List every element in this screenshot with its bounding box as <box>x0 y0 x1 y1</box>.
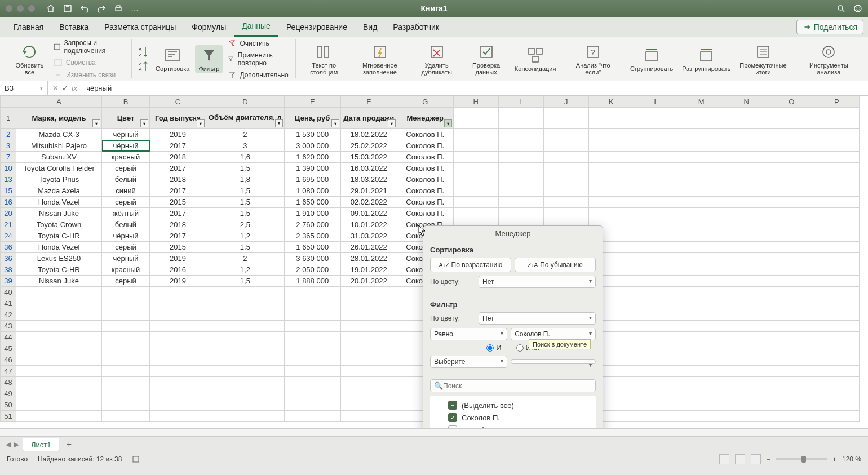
empty-cell[interactable] <box>634 242 679 253</box>
feedback-icon[interactable] <box>853 4 862 13</box>
tab-view[interactable]: Вид <box>355 18 385 36</box>
empty-cell[interactable] <box>150 399 206 411</box>
empty-cell[interactable] <box>814 309 859 321</box>
what-if-button[interactable]: ?Анализ "что если" <box>569 42 617 77</box>
empty-cell[interactable] <box>724 197 769 208</box>
empty-cell[interactable] <box>150 343 206 354</box>
row-header[interactable]: 46 <box>1 354 16 366</box>
empty-cell[interactable] <box>453 163 498 174</box>
empty-cell[interactable] <box>634 152 679 163</box>
data-cell[interactable]: 16.03.2022 <box>340 163 397 174</box>
empty-cell[interactable] <box>724 253 769 264</box>
empty-cell[interactable] <box>679 343 724 354</box>
empty-cell[interactable] <box>102 321 150 332</box>
empty-cell[interactable] <box>102 309 150 321</box>
empty-cell[interactable] <box>679 366 724 377</box>
sort-by-color-select[interactable]: Нет <box>479 276 596 288</box>
empty-cell[interactable] <box>724 242 769 253</box>
empty-cell[interactable] <box>769 208 814 219</box>
empty-cell[interactable] <box>679 388 724 399</box>
data-cell[interactable]: 09.01.2022 <box>340 208 397 219</box>
empty-cell[interactable] <box>206 298 285 309</box>
empty-cell[interactable] <box>724 343 769 354</box>
empty-cell[interactable] <box>634 276 679 287</box>
condition-select[interactable]: Равно <box>430 328 507 340</box>
empty-cell[interactable] <box>150 377 206 388</box>
data-cell[interactable]: 20.01.2022 <box>340 276 397 287</box>
empty-cell[interactable] <box>724 230 769 242</box>
empty-cell[interactable] <box>634 332 679 343</box>
data-cell[interactable]: 2 <box>206 129 285 140</box>
data-cell[interactable]: Lexus ES250 <box>16 253 102 264</box>
empty-cell[interactable] <box>634 208 679 219</box>
data-cell[interactable]: 25.02.2022 <box>340 140 397 152</box>
empty-cell[interactable] <box>284 332 340 343</box>
data-cell[interactable]: 2016 <box>150 264 206 276</box>
column-header[interactable]: A <box>16 96 102 108</box>
empty-cell[interactable] <box>679 354 724 366</box>
empty-cell[interactable] <box>16 366 102 377</box>
empty-cell[interactable] <box>769 321 814 332</box>
empty-cell[interactable] <box>724 354 769 366</box>
empty-cell[interactable] <box>340 309 397 321</box>
sort-descending-button[interactable]: Z↓A По убыванию <box>515 258 596 272</box>
data-cell[interactable]: 2 760 000 <box>284 219 340 230</box>
empty-cell[interactable] <box>634 219 679 230</box>
empty-cell[interactable] <box>206 411 285 422</box>
empty-cell[interactable] <box>284 343 340 354</box>
data-cell[interactable]: 1,5 <box>206 185 285 197</box>
empty-cell[interactable] <box>814 264 859 276</box>
filter-item[interactable]: Тригубов М. <box>448 424 589 428</box>
filter-by-color-select[interactable]: Нет <box>479 312 596 325</box>
column-header[interactable]: B <box>102 96 150 108</box>
empty-cell[interactable] <box>634 287 679 298</box>
empty-cell[interactable] <box>769 332 814 343</box>
ungroup-button[interactable]: Разгруппировать <box>679 45 734 73</box>
empty-cell[interactable] <box>769 129 814 140</box>
empty-cell[interactable] <box>206 287 285 298</box>
zoom-out-button[interactable]: − <box>767 455 770 463</box>
empty-cell[interactable] <box>679 264 724 276</box>
filter-dropdown-button[interactable]: ▾ <box>388 119 396 127</box>
empty-cell[interactable] <box>16 354 102 366</box>
data-cell[interactable]: Соколов П. <box>397 152 453 163</box>
data-cell[interactable]: 15.03.2022 <box>340 152 397 163</box>
data-cell[interactable]: 2 365 000 <box>284 230 340 242</box>
page-break-view-button[interactable] <box>751 454 761 464</box>
filter-dropdown-button[interactable]: ▾ <box>444 119 452 127</box>
filter-search-input[interactable] <box>443 382 592 390</box>
empty-cell[interactable] <box>679 152 724 163</box>
empty-cell[interactable] <box>634 388 679 399</box>
data-cell[interactable]: 1,8 <box>206 174 285 185</box>
empty-cell[interactable] <box>543 197 588 208</box>
data-cell[interactable]: 1,2 <box>206 230 285 242</box>
select-all-item[interactable]: − (Выделить все) <box>448 399 589 411</box>
empty-cell[interactable] <box>634 140 679 152</box>
empty-cell[interactable] <box>634 354 679 366</box>
data-cell[interactable]: 2015 <box>150 197 206 208</box>
empty-cell[interactable] <box>679 197 724 208</box>
row-header[interactable]: 47 <box>1 366 16 377</box>
sort-az-icon[interactable]: AZ <box>136 45 150 59</box>
normal-view-button[interactable] <box>719 454 729 464</box>
empty-cell[interactable] <box>340 366 397 377</box>
empty-cell[interactable] <box>724 399 769 411</box>
empty-cell[interactable] <box>679 287 724 298</box>
empty-cell[interactable] <box>498 174 543 185</box>
data-cell[interactable]: 1 650 000 <box>284 242 340 253</box>
empty-cell[interactable] <box>16 332 102 343</box>
empty-cell[interactable] <box>340 343 397 354</box>
empty-cell[interactable] <box>340 332 397 343</box>
empty-cell[interactable] <box>16 411 102 422</box>
empty-cell[interactable] <box>588 208 634 219</box>
data-cell[interactable]: 18.02.2022 <box>340 129 397 140</box>
empty-cell[interactable] <box>724 388 769 399</box>
minimize-window[interactable] <box>17 5 24 12</box>
data-cell[interactable]: 26.01.2022 <box>340 242 397 253</box>
empty-cell[interactable] <box>724 411 769 422</box>
column-header[interactable]: G <box>397 96 453 108</box>
sheet-prev-icon[interactable]: ◀ <box>6 440 11 449</box>
and-radio[interactable]: И <box>486 344 501 352</box>
empty-cell[interactable] <box>588 140 634 152</box>
tab-insert[interactable]: Вставка <box>51 18 96 36</box>
